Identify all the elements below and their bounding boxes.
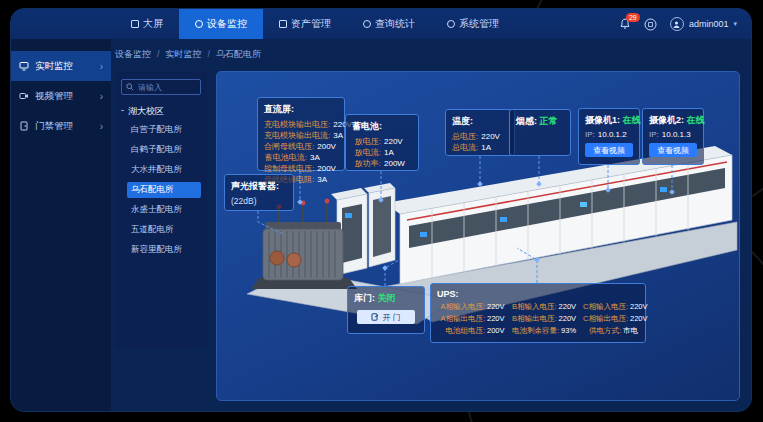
open-door-label: 开 门 [382,312,400,323]
tree-node[interactable]: 白鹤子配电所 [127,142,201,158]
breadcrumb-separator: / [208,49,211,59]
metric-value: 220V [481,131,508,142]
ip-label: IP: [649,130,659,139]
breadcrumb-item[interactable]: 乌石配电所 [216,48,261,61]
stats-icon [363,20,371,28]
callout-title: UPS: [437,289,639,299]
callout-ups: UPS: A相输入电压:220V B相输入电压:220V C相输入电压:220V… [430,283,646,343]
tree-node[interactable]: 五道配电所 [127,222,201,238]
tab-label: 系统管理 [459,17,499,31]
search-icon [126,83,134,91]
breadcrumb-item[interactable]: 实时监控 [166,48,202,61]
metric-value: 220V [487,314,509,324]
alarm-value: (22dB) [231,196,287,206]
person-icon [672,20,681,29]
metric-label: B相输出电压: [512,314,557,324]
metric-label: 充电模块输出电流: [264,130,330,141]
callout-door: 库门: 关闭 开 门 [347,286,425,334]
tab-dashboard[interactable]: 大屏 [115,9,179,39]
metric-value: 220V [384,136,412,147]
tree-root-label: 湖大校区 [128,105,164,118]
metric-label: 电池组电压: [437,326,485,336]
metric-value: 市电 [623,326,645,336]
open-door-button[interactable]: 开 门 [357,310,415,324]
tab-query-statistics[interactable]: 查询统计 [347,9,431,39]
sidebar-item-label: 实时监控 [35,60,94,73]
sidebar-item-video-management[interactable]: 视频管理 › [11,81,111,111]
tab-label: 大屏 [143,17,163,31]
metric-label: 充电模块输出电压: [264,119,330,130]
metric-value: 220V [630,314,648,324]
breadcrumb-item[interactable]: 设备监控 [115,48,151,61]
metric-value: 93% [561,326,580,336]
tree-node-selected[interactable]: 乌石配电所 [127,182,201,198]
metric-label: 蓄电池电流: [264,152,307,163]
metric-value: 1A [481,142,508,153]
view-video-button[interactable]: 查看视频 [585,143,633,157]
callout-title: 摄像机1: [585,115,620,125]
username: admin001 [689,19,729,29]
view-video-button[interactable]: 查看视频 [649,143,697,157]
station-tree-panel: - 湖大校区 白营子配电所 白鹤子配电所 大水井配电所 乌石配电所 永盛士配电所… [115,71,207,349]
tree-node[interactable]: 白营子配电所 [127,122,201,138]
tab-asset-management[interactable]: 资产管理 [263,9,347,39]
metric-value: 220V [559,302,580,312]
tree-node[interactable]: 新容里配电所 [127,242,201,258]
screen-icon [131,20,139,28]
chevron-right-icon: › [100,91,103,102]
notification-badge: 29 [626,13,640,22]
callout-sound-light-alarm: 声光报警器: (22dB) [224,174,294,211]
tree-node[interactable]: 永盛士配电所 [127,202,201,218]
sidebar-item-label: 门禁管理 [35,120,94,133]
tree-node[interactable]: 大水井配电所 [127,162,201,178]
substation-3d-panel: 直流屏: 充电模块输出电压:220V 充电模块输出电流:3A 合闸母线电压:20… [216,71,740,401]
callout-title: 直流屏: [264,103,338,116]
chevron-right-icon: › [100,121,103,132]
realtime-monitor-icon [19,61,29,71]
tab-system-management[interactable]: 系统管理 [431,9,515,39]
search-input[interactable] [138,83,196,92]
left-sidebar: 实时监控 › 视频管理 › 门禁管理 › [11,39,111,411]
video-icon [19,91,29,101]
sidebar-item-access-control[interactable]: 门禁管理 › [11,111,111,141]
tab-device-monitoring[interactable]: 设备监控 [179,9,263,39]
asset-icon [279,20,287,28]
metric-value: 200V [317,163,338,174]
callout-title: 温度: [452,115,508,128]
metric-value: 220V [630,302,648,312]
ip-value: 10.0.1.3 [662,130,691,139]
status-badge: 关闭 [378,293,396,303]
chevron-down-icon: ▾ [733,20,737,28]
tab-label: 查询统计 [375,17,415,31]
notifications-button[interactable]: 29 [619,18,631,30]
fullscreen-icon[interactable] [644,18,657,31]
status-badge: 在线 [687,115,705,125]
ip-label: IP: [585,130,595,139]
tree-root-node[interactable]: - 湖大校区 [121,105,201,118]
ups-grid: A相输入电压:220V B相输入电压:220V C相输入电压:220V A相输出… [437,302,639,336]
open-door-icon [371,313,379,321]
callout-title: 蓄电池: [352,120,412,133]
metric-value: 200V [317,141,338,152]
metric-label: 放电压: [352,136,381,147]
user-menu[interactable]: admin001 ▾ [670,17,737,31]
metric-label: A相输入电压: [437,302,485,312]
callout-smoke-sensor: 烟感: 正常 [509,109,571,156]
metric-value: 3A [310,152,338,163]
tab-label: 设备监控 [207,17,247,31]
metric-label: 供电方式: [583,326,621,336]
chevron-right-icon: › [100,61,103,72]
callout-title: 烟感: [516,116,537,126]
metric-label: A相输出电压: [437,314,485,324]
breadcrumb: 设备监控 / 实时监控 / 乌石配电所 [115,43,261,65]
metric-value: 200W [384,158,412,169]
avatar [670,17,684,31]
metric-label: 总电压: [452,131,478,142]
metric-label: 合闸母线电压: [264,141,314,152]
status-badge: 在线 [623,115,641,125]
metric-label: 放功率: [352,158,381,169]
callout-battery: 蓄电池: 放电压:220V 放电流:1A 放功率:200W [345,114,419,171]
tree-search [121,79,201,95]
sidebar-item-realtime-monitoring[interactable]: 实时监控 › [11,51,111,81]
sidebar-item-label: 视频管理 [35,90,94,103]
